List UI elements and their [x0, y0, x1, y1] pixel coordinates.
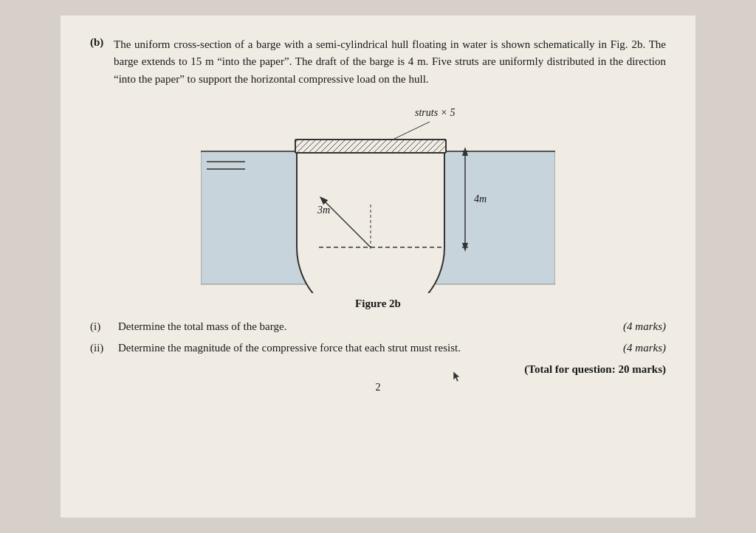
struts-label: struts × 5	[415, 107, 456, 119]
sub-question-i: (i) Determine the total mass of the barg…	[90, 320, 666, 333]
diagram-svg	[201, 101, 555, 293]
sub-text-ii: Determine the magnitude of the compressi…	[118, 342, 461, 354]
sub-question-i-content: (i) Determine the total mass of the barg…	[90, 320, 599, 333]
marks-i: (4 marks)	[607, 320, 666, 333]
sub-question-ii: (ii) Determine the magnitude of the comp…	[90, 342, 666, 354]
page-number: 2	[90, 382, 666, 393]
page: (b) The uniform cross-section of a barge…	[61, 16, 695, 517]
depth-label: 4m	[474, 193, 487, 205]
total-marks: (Total for question: 20 marks)	[90, 363, 666, 376]
svg-line-23	[393, 122, 430, 140]
marks-ii: (4 marks)	[607, 342, 666, 354]
sub-num-ii: (ii)	[90, 342, 112, 354]
radius-label: 3m	[317, 204, 330, 216]
sub-question-ii-content: (ii) Determine the magnitude of the comp…	[90, 342, 599, 354]
sub-questions: (i) Determine the total mass of the barg…	[90, 320, 666, 354]
figure-container: struts × 5 3m 4m Figure 2b	[90, 101, 666, 310]
svg-rect-6	[295, 140, 446, 153]
diagram-wrapper: struts × 5 3m 4m	[201, 101, 555, 293]
sub-num-i: (i)	[90, 320, 112, 333]
question-text: The uniform cross-section of a barge wit…	[114, 36, 666, 88]
figure-caption: Figure 2b	[355, 298, 401, 310]
question-part-b: (b) The uniform cross-section of a barge…	[90, 36, 666, 88]
sub-text-i: Determine the total mass of the barge.	[118, 320, 286, 333]
part-label: (b)	[90, 36, 106, 88]
